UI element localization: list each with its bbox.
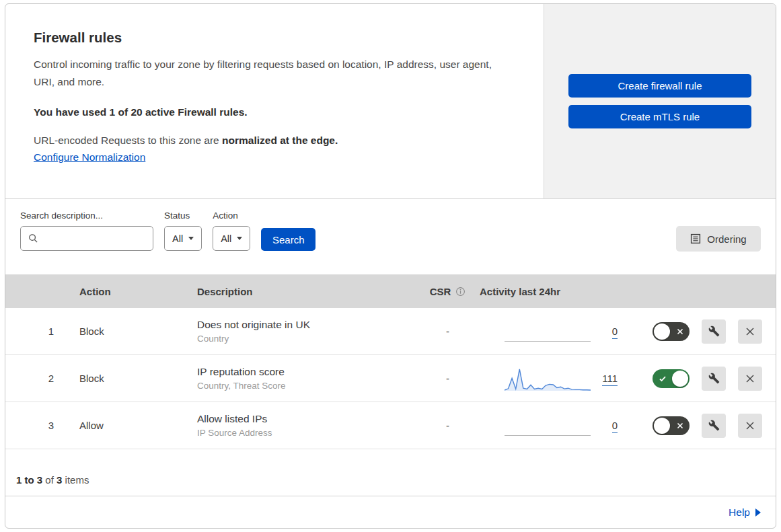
create-firewall-rule-button[interactable]: Create firewall rule xyxy=(568,74,751,98)
ordering-button[interactable]: Ordering xyxy=(676,226,761,252)
activity-sparkline xyxy=(505,416,591,436)
rule-description: Does not originate in UK xyxy=(197,319,406,331)
table-row: 2 Block IP reputation score Country, Thr… xyxy=(5,355,776,402)
column-action: Action xyxy=(73,286,190,297)
table-row: 1 Block Does not originate in UK Country… xyxy=(5,308,776,355)
ordering-button-group: Ordering xyxy=(676,211,761,252)
x-icon xyxy=(745,326,755,337)
rule-csr-value: - xyxy=(406,420,470,431)
usage-summary: You have used 1 of 20 active Firewall ru… xyxy=(34,106,517,118)
delete-rule-button[interactable] xyxy=(738,414,762,438)
search-filter-group: Search description... xyxy=(20,211,153,251)
help-link[interactable]: Help xyxy=(729,506,761,519)
help-bar: Help xyxy=(5,496,776,528)
create-mtls-rule-button[interactable]: Create mTLS rule xyxy=(568,105,751,128)
rule-action: Block xyxy=(73,326,190,337)
configure-normalization-link[interactable]: Configure Normalization xyxy=(34,151,145,163)
delete-rule-button[interactable] xyxy=(738,319,762,344)
activity-sparkline xyxy=(505,321,591,342)
x-icon xyxy=(745,373,755,384)
chevron-down-icon xyxy=(237,237,242,240)
rule-controls xyxy=(628,367,776,391)
enable-toggle[interactable] xyxy=(653,369,690,388)
x-icon xyxy=(677,422,683,429)
x-icon xyxy=(677,328,683,335)
action-dropdown[interactable]: All xyxy=(213,226,250,251)
search-button[interactable]: Search xyxy=(261,228,315,251)
search-input[interactable] xyxy=(44,233,147,244)
edit-rule-button[interactable] xyxy=(702,414,726,438)
page-description: Control incoming traffic to your zone by… xyxy=(34,56,498,91)
activity-count-link[interactable]: 0 xyxy=(612,420,618,433)
column-csr-label: CSR xyxy=(430,286,451,297)
status-label: Status xyxy=(164,211,202,221)
table-header: Action Description CSR Activity last 24h… xyxy=(5,274,776,308)
toggle-knob xyxy=(654,418,670,434)
rule-description-cell: IP reputation score Country, Threat Scor… xyxy=(190,366,406,391)
rule-fields: Country xyxy=(197,334,406,344)
rule-description: Allow listed IPs xyxy=(197,413,406,425)
search-icon xyxy=(28,233,38,243)
wrench-icon xyxy=(708,326,720,337)
firewall-rules-card: Firewall rules Control incoming traffic … xyxy=(5,3,776,529)
activity-count-link[interactable]: 111 xyxy=(602,373,618,386)
page-title: Firewall rules xyxy=(34,30,517,46)
rule-csr-value: - xyxy=(406,326,470,337)
enable-toggle[interactable] xyxy=(653,322,690,341)
edit-rule-button[interactable] xyxy=(702,367,726,391)
rule-controls xyxy=(628,319,776,344)
filter-bar: Search description... Status All Action … xyxy=(5,199,776,274)
ordering-button-label: Ordering xyxy=(707,233,746,245)
ordering-icon xyxy=(690,233,701,244)
rule-priority: 1 xyxy=(5,326,73,337)
table-row: 3 Allow Allow listed IPs IP Source Addre… xyxy=(5,402,776,449)
x-icon xyxy=(745,420,755,431)
enable-toggle[interactable] xyxy=(653,416,690,435)
search-label: Search description... xyxy=(20,211,153,221)
rule-action: Block xyxy=(73,373,190,384)
wrench-icon xyxy=(708,420,720,431)
sparkline-chart xyxy=(505,366,591,393)
delete-rule-button[interactable] xyxy=(738,367,762,391)
edit-rule-button[interactable] xyxy=(702,319,726,344)
wrench-icon xyxy=(708,373,720,384)
rule-controls xyxy=(628,414,776,438)
play-arrow-icon xyxy=(755,508,761,517)
header-section: Firewall rules Control incoming traffic … xyxy=(5,4,776,199)
info-icon[interactable] xyxy=(455,287,466,297)
actions-panel: Create firewall rule Create mTLS rule xyxy=(544,4,776,198)
check-icon xyxy=(659,375,667,383)
normalization-text: URL-encoded Requests to this zone are xyxy=(34,135,222,146)
activity-sparkline xyxy=(505,365,591,393)
column-description: Description xyxy=(190,286,406,297)
rule-description-cell: Does not originate in UK Country xyxy=(190,319,406,344)
rule-fields: IP Source Address xyxy=(197,428,406,438)
toggle-knob xyxy=(654,324,670,340)
column-activity: Activity last 24hr xyxy=(470,286,628,297)
rule-activity-cell: 0 xyxy=(470,416,628,436)
rule-csr-value: - xyxy=(406,373,470,384)
help-label: Help xyxy=(729,506,750,519)
search-box[interactable] xyxy=(20,226,153,251)
rule-activity-cell: 111 xyxy=(470,365,628,393)
action-dropdown-value: All xyxy=(221,233,231,244)
pagination-items: items xyxy=(62,474,89,486)
rule-description-cell: Allow listed IPs IP Source Address xyxy=(190,413,406,438)
search-button-group: Search xyxy=(261,211,315,251)
status-dropdown[interactable]: All xyxy=(164,226,202,251)
rule-priority: 2 xyxy=(5,373,73,384)
rule-description: IP reputation score xyxy=(197,366,406,378)
action-filter-group: Action All xyxy=(213,211,250,251)
rule-action: Allow xyxy=(73,420,190,431)
column-csr: CSR xyxy=(406,286,470,297)
rule-priority: 3 xyxy=(5,420,73,431)
status-dropdown-value: All xyxy=(172,233,183,244)
rule-fields: Country, Threat Score xyxy=(197,381,406,391)
activity-count-link[interactable]: 0 xyxy=(612,326,618,339)
chevron-down-icon xyxy=(188,237,194,240)
pagination-of: of xyxy=(42,474,57,486)
pagination-summary: 1 to 3 of 3 items xyxy=(5,449,776,496)
pagination-range: 1 to 3 xyxy=(16,474,42,486)
rule-activity-cell: 0 xyxy=(470,321,628,342)
normalization-bold-text: normalized at the edge. xyxy=(222,135,338,146)
